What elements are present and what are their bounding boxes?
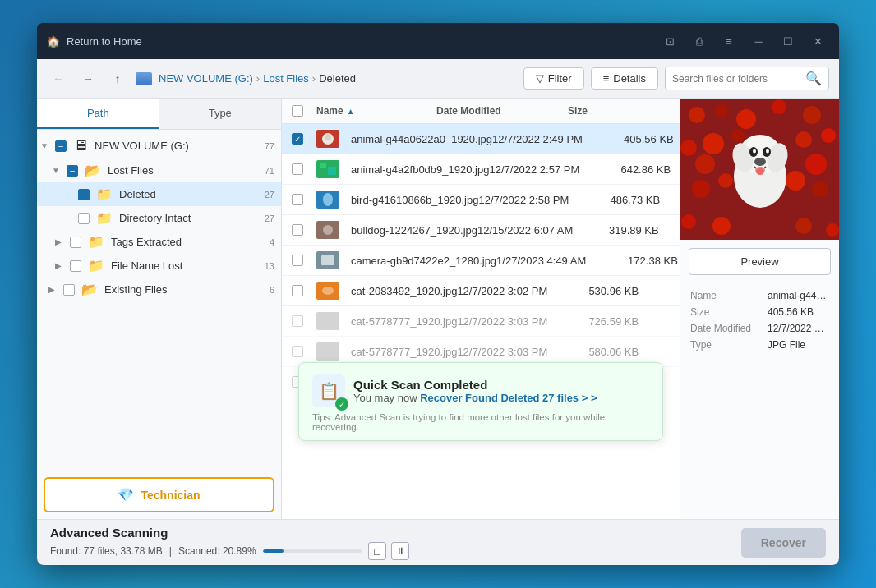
file-name: cat-5778777_1920.jpg	[351, 315, 457, 328]
tab-path[interactable]: Path	[37, 99, 159, 129]
tree-item-tags[interactable]: ▶ 📁 Tags Extracted 4	[37, 230, 281, 254]
filter-button[interactable]: ▽ Filter	[523, 67, 584, 90]
tree-badge-deleted: 27	[265, 190, 274, 200]
table-row[interactable]: bird-g41610866b_1920.jpg 12/7/2022 2:58 …	[282, 185, 680, 215]
right-panel: Preview Name animal-g44a06... Size 405.5…	[680, 99, 839, 519]
meta-type-value: JPG File	[768, 339, 805, 351]
back-button[interactable]: ←	[47, 67, 70, 90]
row-checkbox[interactable]	[292, 346, 303, 357]
file-date: 12/15/2022 6:07 AM	[477, 224, 609, 237]
table-row[interactable]: cat-2083492_1920.jpg 12/7/2022 3:02 PM 5…	[282, 276, 680, 306]
col-size-label: Size	[568, 105, 650, 117]
recover-link[interactable]: Recover Found Deleted 27 files > >	[420, 392, 597, 404]
table-row[interactable]: ✓ animal-g44a0622a0_1920.jpg 12/7/2022 2…	[282, 124, 680, 154]
checkbox-filenamelost[interactable]	[70, 260, 81, 272]
checkbox-existing[interactable]	[63, 284, 75, 296]
details-button[interactable]: ≡ Details	[591, 67, 658, 90]
file-rows: ✓ animal-g44a0622a0_1920.jpg 12/7/2022 2…	[282, 124, 680, 519]
row-checkbox[interactable]	[292, 285, 303, 296]
checkbox-lost[interactable]: –	[67, 165, 78, 177]
tree-item-lost[interactable]: ▼ – 📂 Lost Files 71	[37, 158, 281, 182]
file-date: 12/7/2022 2:49 PM	[492, 133, 624, 145]
expand-icon-lost: ▼	[52, 166, 63, 175]
scanned-text: Scanned: 20.89%	[178, 545, 256, 557]
forward-button[interactable]: →	[76, 67, 99, 90]
lost-folder-icon: 📂	[85, 163, 101, 178]
maximize-icon[interactable]: ☐	[777, 30, 800, 53]
up-button[interactable]: ↑	[106, 67, 129, 90]
tree-label-filenamelost: File Name Lost	[111, 260, 182, 272]
titlebar: 🏠 Return to Home ⊡ ⎙ ≡ ─ ☐ ✕	[37, 23, 839, 59]
stop-scan-button[interactable]: ◻	[368, 542, 386, 560]
tree-item-volume[interactable]: ▼ – 🖥 NEW VOLUME (G:) 77	[37, 133, 281, 158]
tree-badge-lost: 71	[265, 166, 274, 176]
home-icon: 🏠	[47, 35, 60, 48]
feedback-icon[interactable]: ⊡	[658, 30, 681, 53]
svg-point-24	[703, 133, 724, 154]
tags-folder-icon: 📁	[88, 234, 104, 250]
scan-controls: ◻ ⏸	[368, 542, 409, 560]
home-button[interactable]: 🏠 Return to Home	[47, 35, 142, 48]
search-icon: 🔍	[805, 71, 822, 86]
tree-item-filenamelost[interactable]: ▶ 📁 File Name Lost 13	[37, 254, 281, 278]
share-icon[interactable]: ⎙	[688, 30, 711, 53]
technician-button[interactable]: 💎 Technician	[44, 477, 274, 512]
tree-label-volume: NEW VOLUME (G:)	[95, 140, 189, 152]
minimize-icon[interactable]: ─	[747, 30, 770, 53]
checkbox-directory[interactable]	[78, 213, 90, 224]
main-content: Path Type ▼ – 🖥 NEW VOLUME (G:) 77 ▼	[37, 99, 839, 519]
row-checkbox[interactable]	[292, 255, 303, 266]
file-thumbnail	[316, 342, 339, 361]
table-row[interactable]: animal-g4a2fb0db9_1920.jpg 12/7/2022 2:5…	[282, 154, 680, 185]
recover-button[interactable]: Recover	[741, 528, 826, 558]
file-name: bulldog-1224267_1920.jpg	[351, 224, 477, 237]
breadcrumb-folder[interactable]: Lost Files	[263, 72, 309, 85]
table-row[interactable]: cat-5778777_1920.jpg 12/7/2022 3:03 PM 7…	[282, 306, 680, 337]
svg-rect-5	[328, 167, 336, 175]
tree-item-existing[interactable]: ▶ 📂 Existing Files 6	[37, 278, 281, 301]
pause-scan-button[interactable]: ⏸	[391, 542, 409, 560]
row-checkbox[interactable]: ✓	[292, 133, 303, 145]
tree-item-directory[interactable]: 📁 Directory Intact 27	[37, 206, 281, 230]
tree-item-deleted[interactable]: – 📁 Deleted 27	[37, 182, 281, 206]
details-label: Details	[613, 72, 646, 85]
checkbox-deleted[interactable]: –	[78, 189, 90, 200]
preview-button[interactable]: Preview	[689, 248, 831, 275]
tree-badge-directory: 27	[265, 214, 274, 223]
scanning-info: Advanced Scanning Found: 77 files, 33.78…	[50, 526, 731, 560]
table-row[interactable]: camera-gb9d7422e2_1280.jpg 1/27/2023 4:4…	[282, 246, 680, 276]
row-checkbox[interactable]	[292, 315, 303, 327]
drive-icon	[136, 72, 152, 85]
checkbox-tags[interactable]	[70, 237, 81, 248]
tree-label-deleted: Deleted	[119, 188, 156, 200]
tab-type[interactable]: Type	[159, 99, 282, 129]
notif-tips: Tips: Advanced Scan is trying to find mo…	[312, 412, 649, 432]
tree-badge-existing: 6	[270, 285, 274, 295]
progress-bar-track	[263, 549, 362, 553]
svg-point-31	[812, 181, 828, 197]
file-date: 1/27/2023 4:49 AM	[496, 255, 628, 267]
progress-bar-fill	[263, 549, 284, 553]
window-controls: ⊡ ⎙ ≡ ─ ☐ ✕	[658, 30, 829, 53]
search-input[interactable]	[672, 73, 800, 85]
checkbox-volume[interactable]: –	[55, 140, 67, 152]
row-checkbox[interactable]	[292, 163, 303, 175]
table-row[interactable]: bulldog-1224267_1920.jpg 12/15/2022 6:07…	[282, 215, 680, 246]
menu-icon[interactable]: ≡	[717, 30, 740, 53]
svg-point-23	[680, 140, 697, 156]
row-checkbox[interactable]	[292, 194, 303, 205]
file-thumbnail	[316, 191, 339, 209]
file-name: camera-gb9d7422e2_1280.jpg	[351, 255, 496, 267]
col-date-label: Date Modified	[436, 105, 568, 117]
close-icon[interactable]: ✕	[806, 30, 829, 53]
breadcrumb-drive[interactable]: NEW VOLUME (G:)	[159, 72, 253, 85]
file-date: 12/7/2022 2:58 PM	[478, 194, 610, 206]
row-checkbox[interactable]	[292, 224, 303, 236]
file-size: 580.06 KB	[588, 346, 671, 358]
directory-folder-icon: 📁	[96, 210, 113, 226]
tree-badge-volume: 77	[265, 141, 274, 151]
svg-point-13	[322, 287, 334, 295]
filter-icon: ▽	[536, 72, 544, 85]
header-checkbox[interactable]	[292, 105, 303, 117]
svg-point-19	[715, 104, 728, 117]
